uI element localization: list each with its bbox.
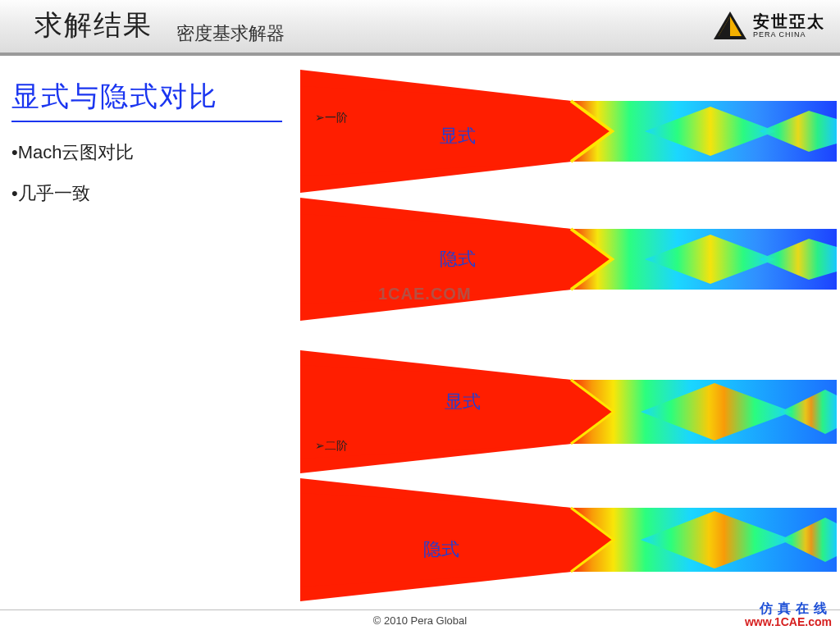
contour-row-explicit-2nd (300, 350, 837, 473)
contour-row-implicit-1st (300, 198, 837, 321)
slide-subtitle: 密度基求解器 (176, 21, 285, 46)
first-order-block: ➢一阶 显式 隐式 1CAE.COM (300, 70, 837, 321)
section-heading: 显式与隐式对比 (11, 78, 282, 122)
corner-brand-url: www.1CAE.com (745, 616, 832, 628)
second-order-block: ➢二阶 显式 隐式 (300, 350, 837, 606)
bullet-item: •Mach云图对比 (11, 140, 282, 165)
slide-title: 求解结果 (34, 7, 153, 44)
contour-row-explicit-1st (300, 70, 837, 193)
brand-logo: 安世亞太 PERA CHINA (714, 11, 825, 39)
corner-brand-cn: 仿真在线 (745, 601, 832, 616)
slide-header: 求解结果 密度基求解器 安世亞太 PERA CHINA (0, 0, 840, 53)
contour-row-implicit-2nd (300, 478, 837, 601)
corner-brand: 仿真在线 www.1CAE.com (745, 601, 832, 628)
brand-subtext: PERA CHINA (753, 31, 825, 39)
contour-figures: ➢一阶 显式 隐式 1CAE.COM (300, 70, 837, 606)
copyright-text: © 2010 Pera Global (0, 614, 840, 627)
triangle-logo-icon (714, 11, 746, 39)
bullet-item: •几乎一致 (11, 181, 282, 206)
left-text-panel: 显式与隐式对比 •Mach云图对比 •几乎一致 (11, 78, 282, 222)
brand-name: 安世亞太 (753, 13, 825, 30)
footer-divider (0, 609, 840, 610)
